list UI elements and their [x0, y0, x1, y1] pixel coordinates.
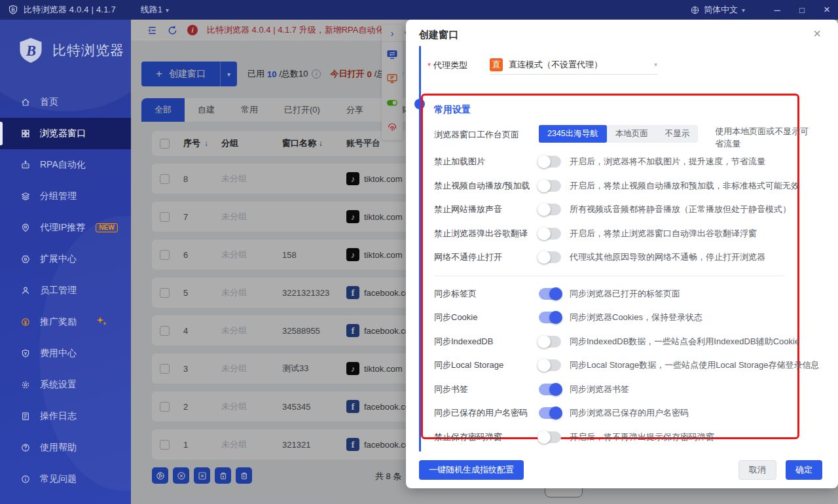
sidebar-item-browser-windows[interactable]: 浏览器窗口 — [0, 118, 131, 149]
sidebar-item-groups[interactable]: 分组管理 — [0, 181, 131, 212]
sidebar-item-home[interactable]: 首页 — [0, 86, 131, 118]
gear-icon — [20, 380, 31, 390]
fee-shield-icon — [20, 348, 31, 359]
toggle-switch[interactable] — [539, 156, 561, 168]
home-icon — [20, 97, 31, 107]
sidebar-item-help[interactable]: 使用帮助 — [0, 432, 131, 463]
toggle-switch[interactable] — [539, 204, 561, 215]
sparkles-icon — [95, 316, 109, 328]
app-window: 比特浏览器 4.0.4 | 4.1.7 线路1 ▾ 简体中文 ▾ ─ □ × B… — [0, 0, 838, 504]
line-selector[interactable]: 线路1 ▾ — [141, 4, 169, 16]
sidebar-item-extensions[interactable]: 扩展中心 — [0, 243, 131, 275]
setting-row: 同步Cookie 同步浏览器Cookies，保持登录状态 — [434, 306, 797, 330]
toggle-switch[interactable] — [539, 288, 561, 300]
setting-row: 同步标签页 同步浏览器已打开的标签页面 — [434, 282, 797, 306]
sidebar-item-settings[interactable]: 系统设置 — [0, 369, 131, 401]
log-document-icon — [20, 411, 31, 422]
globe-icon — [690, 5, 700, 15]
sidebar: B 比特浏览器 首页 浏览器窗口 RPA自动化 分组管理 代理IP推荐 — [0, 20, 131, 504]
cancel-button[interactable]: 取消 — [738, 460, 776, 480]
robot-icon — [20, 160, 31, 170]
setting-row: 禁止保存密码弹窗 开启后，将不再弹出提示保存密码弹窗 — [434, 425, 797, 450]
promotion-reward-icon — [20, 317, 31, 327]
toggle-switch[interactable] — [539, 336, 561, 348]
toggle-switch[interactable] — [539, 312, 561, 323]
sidebar-item-logs[interactable]: 操作日志 — [0, 401, 131, 432]
close-modal-icon[interactable]: × — [813, 26, 821, 41]
toggle-switch[interactable] — [539, 228, 561, 240]
create-window-modal: 创建窗口 × * 代理类型 直 直连模式（不设置代理） ▾ 常用设置 浏览器窗口… — [406, 20, 838, 488]
language-selector[interactable]: 简体中文 ▾ — [690, 4, 745, 16]
sidebar-item-rpa[interactable]: RPA自动化 — [0, 149, 131, 181]
sidebar-item-promotion[interactable]: 推广奖励 — [0, 306, 131, 338]
app-logo-icon — [8, 5, 18, 15]
modal-title: 创建窗口 — [419, 29, 458, 41]
sidebar-item-proxy-ip[interactable]: 代理IP推荐 NEW — [0, 212, 131, 243]
setting-row: 同步IndexedDB 同步IndexedDB数据，一些站点会利用Indexed… — [434, 330, 797, 354]
svg-text:B: B — [26, 43, 36, 59]
setting-row: 网络不通停止打开 代理或其他原因导致的网络不通畅，停止打开浏览器 — [434, 245, 797, 270]
setting-row: 同步Local Storage 同步Local Storage数据，一些站点使用… — [434, 353, 797, 378]
proxy-type-field: * 代理类型 直 直连模式（不设置代理） ▾ — [428, 56, 657, 75]
titlebar: 比特浏览器 4.0.4 | 4.1.7 线路1 ▾ 简体中文 ▾ ─ □ × — [0, 0, 838, 20]
person-icon — [20, 285, 31, 296]
grid-windows-icon — [20, 128, 31, 139]
toggle-switch[interactable] — [539, 407, 561, 419]
required-asterisk: * — [428, 61, 431, 71]
setting-row: 同步书签 同步浏览器书签 — [434, 378, 797, 402]
sidebar-menu: 首页 浏览器窗口 RPA自动化 分组管理 代理IP推荐 NEW 扩展中心 — [0, 86, 131, 495]
setting-row: 禁止加载图片 开启后，浏览器将不加载图片，提升速度，节省流量 — [434, 150, 797, 174]
toggle-switch[interactable] — [539, 180, 561, 192]
direct-mode-badge: 直 — [490, 58, 503, 71]
sidebar-item-staff[interactable]: 员工管理 — [0, 275, 131, 306]
brand-name: 比特浏览器 — [52, 41, 124, 60]
close-window-button[interactable]: × — [816, 0, 838, 20]
new-badge: NEW — [96, 223, 117, 232]
maximize-button[interactable]: □ — [791, 0, 813, 20]
sidebar-logo: B 比特浏览器 — [0, 20, 131, 64]
toggle-switch[interactable] — [539, 431, 561, 443]
caret-down-icon: ▾ — [166, 7, 169, 14]
caret-down-icon: ▾ — [654, 61, 657, 68]
common-settings-highlight: 常用设置 浏览器窗口工作台页面 2345出海导航 本地页面 不显示 使用本地页面… — [421, 94, 799, 439]
toggle-switch[interactable] — [539, 359, 561, 371]
generate-fingerprint-button[interactable]: 一键随机生成指纹配置 — [419, 460, 524, 480]
proxy-type-select[interactable]: 直 直连模式（不设置代理） ▾ — [490, 56, 657, 75]
extension-icon — [20, 254, 31, 264]
setting-row: 同步已保存的用户名密码 同步浏览器已保存的用户名密码 — [434, 401, 797, 425]
location-pin-icon — [20, 223, 31, 233]
modal-footer: 一键随机生成指纹配置 取消 确定 — [406, 452, 838, 488]
segment-hide[interactable]: 不显示 — [657, 125, 699, 143]
section-title: 常用设置 — [434, 104, 797, 116]
section-divider — [434, 276, 784, 276]
toggle-switch[interactable] — [539, 251, 561, 263]
workbench-segmented-control: 2345出海导航 本地页面 不显示 — [539, 125, 698, 143]
workbench-setting-row: 浏览器窗口工作台页面 2345出海导航 本地页面 不显示 使用本地页面或不显示可… — [434, 125, 797, 150]
confirm-button[interactable]: 确定 — [786, 460, 822, 480]
sidebar-item-faq[interactable]: 常见问题 — [0, 463, 131, 495]
setting-row: 禁止浏览器弹出谷歌翻译 开启后，将禁止浏览器窗口自动弹出谷歌翻译浮窗 — [434, 222, 797, 246]
minimize-button[interactable]: ─ — [766, 0, 788, 20]
question-circle-icon — [20, 442, 31, 453]
setting-row: 禁止网站播放声音 所有视频或音频都将静音播放（正常播放但处于静音模式） — [434, 198, 797, 222]
layers-icon — [20, 191, 31, 202]
info-circle-icon — [20, 474, 31, 484]
toggle-switch[interactable] — [539, 384, 561, 395]
app-title: 比特浏览器 4.0.4 | 4.1.7 — [24, 4, 116, 16]
brand-shield-icon: B — [17, 37, 45, 64]
segment-local-page[interactable]: 本地页面 — [607, 125, 657, 143]
caret-down-icon: ▾ — [742, 7, 745, 14]
segment-2345-nav[interactable]: 2345出海导航 — [539, 125, 607, 143]
setting-row: 禁止视频自动播放/预加载 开启后，将禁止视频自动播放和预加载，非标准格式可能无效 — [434, 174, 797, 198]
sidebar-item-billing[interactable]: 费用中心 — [0, 338, 131, 369]
